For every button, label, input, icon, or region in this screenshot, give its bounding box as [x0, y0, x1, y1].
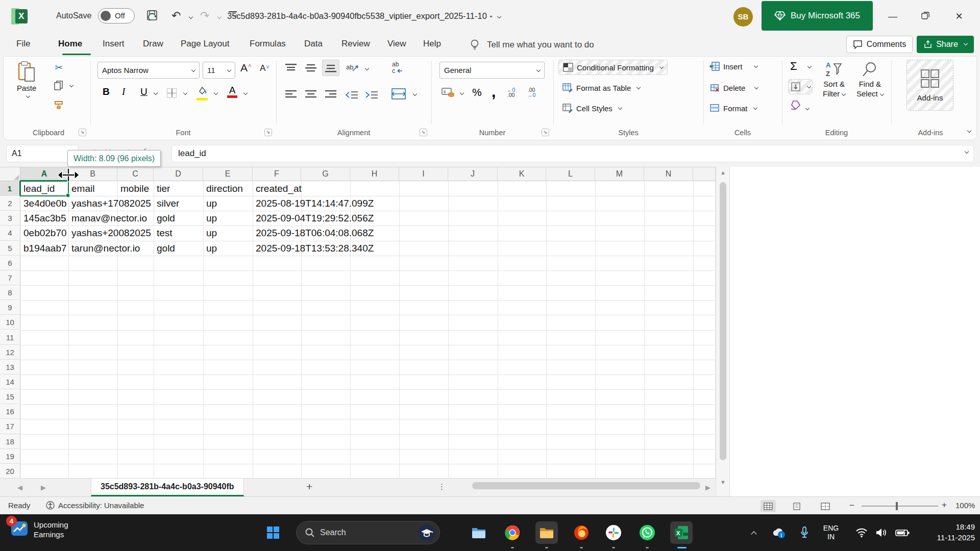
tab-file[interactable]: File [15, 37, 31, 51]
cell-E1[interactable]: direction [206, 181, 251, 196]
font-color-button[interactable]: A [227, 85, 237, 98]
vertical-scrollbar-thumb[interactable] [720, 182, 726, 460]
vertical-scrollbar[interactable]: ▲ ▼ [716, 167, 729, 496]
tab-home[interactable]: Home [57, 37, 83, 51]
row-header-5[interactable]: 5 [0, 241, 20, 256]
row-header-2[interactable]: 2 [0, 196, 20, 211]
merge-center-button[interactable] [391, 88, 406, 102]
tab-formulas[interactable]: Formulas [249, 37, 287, 51]
horizontal-scrollbar-thumb[interactable] [472, 482, 700, 489]
column-header-I[interactable]: I [399, 167, 448, 181]
zoom-in-button[interactable]: + [942, 500, 947, 510]
zoom-percentage[interactable]: 100% [955, 501, 975, 510]
whatsapp-icon[interactable] [636, 521, 658, 544]
column-header-K[interactable]: K [498, 167, 546, 181]
comma-style-button[interactable]: , [492, 83, 496, 101]
accounting-chevron-icon[interactable] [460, 91, 464, 95]
addins-button[interactable]: Add-ins [906, 60, 953, 111]
alignment-dialog-launcher[interactable]: ⇘ [420, 129, 427, 136]
cell-D1[interactable]: tier [157, 181, 201, 196]
column-header-J[interactable]: J [448, 167, 498, 181]
autosum-chevron-icon[interactable] [807, 64, 812, 68]
tab-help[interactable]: Help [422, 37, 442, 51]
undo-icon[interactable]: ↶ [172, 9, 181, 22]
sheet-nav-left-icon[interactable]: ◀ [17, 484, 22, 491]
cell-A5[interactable]: b194aab7- [23, 241, 66, 256]
tell-me-box[interactable]: Tell me what you want to do [470, 39, 594, 51]
orientation-button[interactable]: ab [346, 62, 359, 76]
tray-battery-icon[interactable] [891, 521, 914, 544]
cell-B4[interactable]: yashas+20082025 [71, 226, 152, 240]
percent-style-button[interactable]: % [472, 86, 482, 98]
title-chevron-icon[interactable] [497, 14, 501, 18]
tab-insert[interactable]: Insert [102, 37, 126, 51]
cell-A4[interactable]: 0eb02b70- [23, 226, 66, 240]
cell-B3[interactable]: manav@nector.io [71, 211, 152, 226]
cell-F4[interactable]: 2025-09-18T06:04:08.068Z [256, 226, 374, 240]
column-header-G[interactable]: G [301, 167, 350, 181]
fill-color-chevron-icon[interactable] [214, 91, 218, 95]
clear-button[interactable] [789, 99, 809, 113]
bottom-align-button-selected[interactable] [322, 60, 339, 76]
save-icon[interactable] [146, 9, 159, 22]
cell-B5[interactable]: tarun@nector.io [71, 241, 152, 256]
taskbar-search[interactable]: Search [296, 521, 440, 544]
tab-data[interactable]: Data [303, 37, 324, 51]
scroll-up-icon[interactable]: ▲ [716, 169, 730, 176]
cell-D5[interactable]: gold [157, 241, 201, 256]
cell-A2[interactable]: 3e4d0e0b- [23, 196, 66, 211]
normal-view-button[interactable] [761, 500, 776, 512]
font-dialog-launcher[interactable]: ⇘ [264, 129, 272, 136]
wrap-text-button[interactable]: ab c [391, 61, 406, 77]
row-header-8[interactable]: 8 [0, 285, 20, 300]
sort-filter-button[interactable]: A Z Sort & Filter [823, 61, 845, 98]
restore-button[interactable] [914, 9, 937, 23]
row-header-1[interactable]: 1 [0, 181, 20, 196]
tab-page-layout[interactable]: Page Layout [180, 37, 230, 51]
cell-E2[interactable]: up [206, 196, 251, 211]
buy-microsoft-365-button[interactable]: Buy Microsoft 365 [762, 1, 873, 31]
row-header-17[interactable]: 17 [0, 419, 20, 434]
comments-button[interactable]: Comments [846, 36, 913, 53]
tray-cloud-info-icon[interactable]: i [768, 521, 790, 544]
find-select-button[interactable]: Find & Select [856, 61, 884, 98]
column-header-L[interactable]: L [546, 167, 595, 181]
tab-draw[interactable]: Draw [142, 37, 164, 51]
underline-chevron-icon[interactable] [154, 91, 158, 95]
sheet-options-icon[interactable]: ⋮ [438, 482, 446, 491]
firefox-icon[interactable] [570, 521, 593, 544]
number-format-combo[interactable]: General [439, 62, 545, 79]
column-header-partial[interactable] [693, 167, 716, 181]
cut-icon[interactable]: ✂ [55, 62, 63, 73]
widgets-button[interactable]: 4 Upcoming Earnings [10, 519, 68, 540]
cell-C1[interactable]: mobile [120, 181, 152, 196]
formula-input[interactable]: lead_id [172, 145, 974, 162]
tray-volume-icon[interactable] [871, 521, 891, 544]
zoom-slider-track[interactable] [862, 506, 938, 507]
row-header-19[interactable]: 19 [0, 449, 20, 464]
conditional-formatting-button[interactable]: Conditional Formatting [558, 60, 668, 75]
borders-button[interactable] [167, 88, 177, 98]
borders-chevron-icon[interactable] [183, 91, 187, 95]
tray-language-indicator[interactable]: ENG IN [819, 521, 843, 544]
cell-E3[interactable]: up [206, 211, 251, 226]
column-header-M[interactable]: M [595, 167, 644, 181]
column-header-F[interactable]: F [253, 167, 301, 181]
font-size-combo[interactable]: 11 [203, 62, 235, 79]
page-break-preview-button[interactable] [818, 500, 833, 512]
tab-view[interactable]: View [386, 37, 407, 51]
font-color-chevron-icon[interactable] [243, 91, 248, 95]
sheet-nav-right-icon[interactable]: ▶ [41, 484, 46, 491]
row-header-7[interactable]: 7 [0, 270, 20, 285]
cell-F2[interactable]: 2025-08-19T14:14:47.099Z [256, 196, 374, 211]
font-name-combo[interactable]: Aptos Narrow [97, 62, 200, 79]
cell-E4[interactable]: up [206, 226, 251, 240]
undo-chevron-icon[interactable] [189, 15, 193, 19]
paste-button[interactable]: Paste [17, 61, 36, 98]
cell-D4[interactable]: test [157, 226, 201, 240]
cell-styles-button[interactable]: Cell Styles [562, 104, 622, 113]
format-cells-button[interactable]: Format [709, 104, 757, 113]
row-header-9[interactable]: 9 [0, 300, 20, 315]
align-right-icon[interactable] [325, 90, 336, 99]
scroll-down-icon[interactable]: ▼ [716, 479, 730, 485]
